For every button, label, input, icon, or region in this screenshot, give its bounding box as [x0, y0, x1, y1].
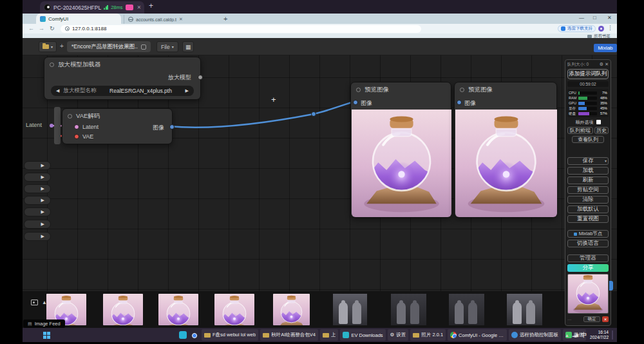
feed-thumbnail[interactable] [507, 294, 542, 325]
site-info-icon[interactable] [65, 26, 70, 31]
settings-gear-icon[interactable]: ⚙ [600, 62, 603, 67]
feed-thumbnail[interactable] [333, 294, 367, 325]
feed-thumbnail[interactable] [449, 294, 484, 325]
confirm-button[interactable]: 确定 [583, 316, 600, 322]
close-window-button[interactable]: ✕ [607, 15, 612, 21]
collapse-dot[interactable] [50, 62, 54, 67]
drag-dots-icon[interactable]: ⋯ [567, 317, 582, 321]
node-upscale-model-loader[interactable]: 放大模型加载器 放大模型 ◀ 放大模型名称 RealESRGAN_x4plus.… [44, 57, 201, 100]
clear-button[interactable]: 清除 [567, 196, 609, 204]
feed-thumbnail[interactable] [214, 294, 254, 325]
taskbar-item-settings[interactable]: ⚙设置 [388, 329, 409, 341]
taskbar-item-folder-1[interactable]: F盘sd webui lol web [202, 329, 258, 341]
close-menu-icon[interactable]: ✕ [605, 62, 609, 67]
new-workflow-button[interactable]: + [60, 43, 64, 50]
back-button[interactable]: ← [28, 25, 34, 32]
address-bar[interactable]: 127.0.0.1:8188 [61, 25, 421, 33]
input-method-indicator[interactable]: 中 [581, 331, 587, 339]
feed-thumbnail[interactable] [158, 294, 198, 325]
combo-right-icon[interactable]: ▶ [185, 88, 189, 93]
share-button[interactable]: 分享 [567, 264, 609, 272]
remote-session-tab[interactable]: PC-20240625HFPL 28ms ✕ [40, 1, 144, 14]
image-input-dot[interactable] [353, 100, 358, 105]
bookmark-icon[interactable] [141, 44, 146, 50]
task-view-icon[interactable] [179, 331, 187, 339]
gallery-icon[interactable] [31, 300, 38, 305]
collapse-dot[interactable] [68, 114, 72, 119]
save-caret-icon[interactable]: ▾ [605, 158, 607, 163]
collapse-dot[interactable] [460, 88, 464, 92]
browser-tab-comfyui[interactable]: ComfyUI [36, 14, 121, 24]
minimize-button[interactable]: — [579, 15, 584, 21]
image-input-dot[interactable] [457, 100, 462, 105]
node-preview-image-2[interactable]: 预览图像 图像 [454, 82, 557, 218]
extension-avatar-icon[interactable] [598, 26, 604, 32]
collapsed-widget-pill[interactable]: ▶ [24, 196, 51, 205]
image-feed-label[interactable]: ▤ Image Feed [23, 320, 65, 328]
refresh-button[interactable]: 刷新 [567, 177, 609, 184]
layout-grid-button[interactable]: ▦ [182, 41, 194, 52]
new-tab-button[interactable]: + [223, 15, 227, 23]
mixlab-apps-button[interactable]: Mixlab [594, 44, 617, 52]
history-button[interactable]: 历史 [594, 127, 609, 134]
maximize-button[interactable]: □ [593, 15, 596, 21]
close-tab-icon[interactable]: ✕ [179, 17, 183, 22]
start-button[interactable] [43, 332, 50, 339]
close-red-button[interactable]: ✕ [602, 316, 609, 322]
combo-left-icon[interactable]: ◀ [56, 88, 59, 93]
image-output-dot[interactable] [169, 124, 175, 129]
output-slot-dot[interactable] [198, 75, 203, 80]
forward-button[interactable]: → [39, 25, 44, 32]
workflow-tab[interactable]: *Encore产品草图转效果图.. [67, 41, 151, 52]
taskbar-item-remote-panel[interactable]: 远程协助控制面板 [509, 329, 561, 341]
taskbar-item-folder-3[interactable]: 上 [320, 329, 339, 341]
browser-menu-icon[interactable]: ⋮ [607, 24, 613, 31]
browser-tab-secondary[interactable]: accounts.call.caldp.t ✕ [124, 15, 218, 24]
queue-prompt-button[interactable]: 添加提示词队列 [567, 69, 609, 79]
collapse-dot[interactable] [356, 88, 361, 92]
clipspace-button[interactable]: 剪贴空间 [567, 186, 609, 194]
feed-thumbnail[interactable] [273, 294, 310, 325]
file-menu-button[interactable]: File ▾ [156, 41, 178, 52]
last-generated-thumbnail[interactable] [567, 274, 609, 314]
collapsed-widget-pill[interactable]: ▶ [24, 220, 51, 229]
side-handle[interactable] [609, 281, 613, 291]
load-button[interactable]: 加载 [567, 167, 609, 175]
taskbar-clock[interactable]: 16:14 2024/7/22 [590, 330, 609, 340]
tray-expand-icon[interactable]: ▲ [565, 333, 569, 338]
feed-thumbnail[interactable] [391, 294, 426, 325]
collapsed-widget-pill[interactable]: ▶ [24, 173, 51, 182]
load-default-button[interactable]: 加载默认 [567, 205, 609, 213]
taskbar-item-photos[interactable]: 照片 2.0.1 [410, 329, 446, 341]
taskbar-buttons: F盘sd webui lol web 秋叶AI绘画整合包V4 上 EV Down… [202, 329, 586, 341]
collapsed-widget-pill[interactable]: ▶ [24, 232, 51, 241]
reset-view-button[interactable]: 重置视图 [567, 215, 609, 223]
notification-edge[interactable] [612, 330, 613, 339]
taskbar-item-folder-2[interactable]: 秋叶AI绘画整合包V4 [260, 329, 318, 341]
collapsed-widget-pill[interactable]: ▶ [24, 184, 51, 193]
extra-options-checkbox[interactable] [596, 120, 601, 124]
view-queue-button[interactable]: 查看队列 [572, 136, 604, 143]
close-session-icon[interactable]: ✕ [137, 5, 142, 10]
workflows-folder-button[interactable]: ▾ [39, 41, 57, 52]
collapsed-widget-pill[interactable]: ▶ [24, 161, 51, 170]
feed-thumbnail[interactable] [103, 294, 143, 325]
mixlab-nodes-button[interactable]: Mixlab节点 [567, 230, 609, 238]
network-icon[interactable]: ▂▄▆ [573, 333, 578, 337]
switch-locale-button[interactable]: 切换语言 [567, 240, 609, 247]
manager-button[interactable]: 管理器 [567, 254, 609, 262]
node-preview-image-1[interactable]: 预览图像 图像 [350, 82, 451, 218]
queue-front-button[interactable]: 队列前端 [567, 127, 593, 134]
latent-input-dot[interactable] [74, 124, 79, 129]
taskbar-item-comfyui-chrome[interactable]: ComfyUI - Google Chr [448, 329, 507, 341]
collapsed-widget-pill[interactable]: ▶ [24, 207, 51, 216]
model-name-combo-widget[interactable]: ◀ 放大模型名称 RealESRGAN_x4plus.pth ▶ [51, 86, 194, 96]
taskbar-item-ev[interactable]: EV Downloads [340, 329, 385, 341]
download-extension-pill[interactable]: 迅雷下载支持 [558, 25, 596, 32]
vae-input-dot[interactable] [74, 134, 79, 139]
refresh-button[interactable]: ↻ [50, 25, 55, 32]
save-button[interactable]: 保存 [567, 157, 609, 165]
extra-options-row[interactable]: 额外选项 [567, 119, 609, 125]
new-session-button[interactable]: + [149, 1, 153, 10]
node-vae-decode[interactable]: VAE解码 Latent VAE 图像 [62, 108, 173, 144]
